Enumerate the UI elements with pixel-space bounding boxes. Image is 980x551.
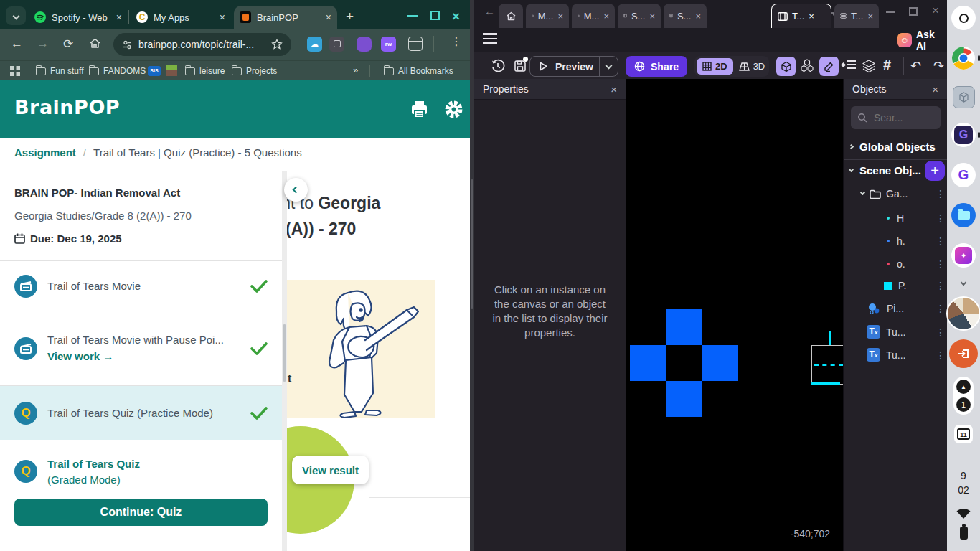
search-input[interactable]	[872, 111, 930, 124]
object-menu-icon[interactable]: ⋮	[936, 303, 946, 314]
layers-button[interactable]	[862, 59, 876, 76]
page-scroll-thumb[interactable]	[471, 179, 473, 309]
ask-ai-button[interactable]: ☺ Ask AI	[897, 29, 947, 52]
home-tab[interactable]	[499, 4, 523, 28]
apps-grid-icon[interactable]	[10, 66, 20, 79]
object-row[interactable]: Tx Tu... ⋮	[867, 348, 946, 362]
launcher-button[interactable]	[951, 6, 976, 30]
tab-scene-1[interactable]: M...×	[526, 4, 569, 28]
extension-cloud-icon[interactable]: ☁	[307, 37, 322, 52]
main-menu-icon[interactable]	[483, 33, 497, 44]
print-icon[interactable]	[409, 99, 430, 123]
notification-tray[interactable]: ▲ 1	[953, 377, 974, 415]
block-instance-bottom[interactable]	[666, 381, 702, 417]
browser-tab-spotify[interactable]: Spotify - Web ×	[29, 6, 128, 29]
bookmark-sis-icon[interactable]: SIS	[148, 66, 161, 76]
grid-snap-button[interactable]: #	[883, 57, 891, 73]
object-folder-row[interactable]: Ga... ⋮	[861, 188, 946, 199]
object-row[interactable]: P. ⋮	[884, 280, 946, 291]
tab-events-1[interactable]: M...×	[572, 4, 615, 28]
calendar-date-widget[interactable]: 11	[954, 425, 973, 443]
tab-scene-active[interactable]: T...×	[771, 4, 831, 28]
extension-dark-icon[interactable]	[329, 37, 344, 52]
scene-objects-group[interactable]: Scene Obj...	[849, 164, 921, 176]
files-app-icon[interactable]	[951, 203, 976, 227]
save-icon[interactable]	[513, 59, 527, 76]
close-tab-icon[interactable]: ×	[112, 11, 122, 23]
object-row[interactable]: Pi... ⋮	[867, 301, 946, 316]
object-menu-icon[interactable]: ⋮	[936, 259, 946, 269]
browser-tab-myapps[interactable]: C My Apps ×	[131, 6, 231, 29]
close-tab-icon[interactable]: ×	[557, 11, 563, 22]
close-tab-icon[interactable]: ×	[321, 11, 331, 23]
bookmark-minecraft-icon[interactable]	[166, 65, 177, 76]
global-objects-group[interactable]: Global Objects	[849, 141, 936, 153]
toggle-3d-view-button[interactable]	[776, 57, 796, 76]
breadcrumb-assignment-link[interactable]: Assignment	[14, 146, 76, 159]
bookmark-folder-projects[interactable]: Projects	[232, 66, 277, 76]
close-window-button[interactable]: ×	[452, 9, 460, 24]
forward-icon[interactable]: →	[37, 37, 49, 51]
back-icon[interactable]: ←	[11, 37, 23, 51]
object-menu-icon[interactable]: ⋮	[936, 236, 946, 246]
pink-app-icon[interactable]: ✦	[951, 243, 976, 268]
close-tab-icon[interactable]: ×	[215, 11, 225, 23]
view-result-button[interactable]: View result	[292, 456, 369, 484]
bookmark-star-icon[interactable]	[271, 39, 283, 50]
home-icon[interactable]	[89, 37, 101, 52]
site-settings-icon[interactable]	[122, 39, 133, 50]
extension-box-icon[interactable]	[408, 37, 423, 51]
shelf-overflow-chevron[interactable]	[961, 280, 966, 286]
new-tab-button[interactable]: +	[346, 9, 354, 24]
preview-options-dropdown[interactable]	[599, 57, 618, 76]
close-tab-icon[interactable]: ×	[649, 11, 655, 22]
gdevelop-app-icon[interactable]: G	[951, 123, 976, 147]
back-icon[interactable]: ←	[484, 5, 495, 17]
maximize-button[interactable]	[909, 7, 918, 16]
extension-purple-icon[interactable]	[357, 37, 372, 52]
object-menu-icon[interactable]: ⋮	[936, 281, 946, 291]
block-instance-top[interactable]	[666, 309, 702, 345]
instances-list-button[interactable]	[842, 60, 856, 69]
object-menu-icon[interactable]: ⋮	[936, 327, 946, 337]
redo-button[interactable]: ↷	[933, 58, 944, 74]
scroll-thumb[interactable]	[283, 324, 286, 382]
chrome-menu-icon[interactable]: ⋮	[451, 34, 462, 48]
bookmark-folder-funstuff[interactable]: Fun stuff	[36, 66, 83, 76]
close-window-button[interactable]: ×	[932, 4, 939, 18]
item-quiz-graded[interactable]: Q Trail of Tears Quiz (Graded Mode)	[0, 440, 282, 496]
item-trail-of-tears-movie[interactable]: Trail of Tears Movie	[0, 260, 282, 311]
brainpop-logo[interactable]: BrainPOP	[14, 96, 120, 118]
object-row[interactable]: h. ⋮	[887, 235, 946, 247]
close-panel-icon[interactable]: ×	[932, 83, 938, 95]
close-tab-icon[interactable]: ×	[867, 11, 873, 22]
minimize-button[interactable]	[886, 11, 895, 13]
continue-quiz-button[interactable]: Continue: Quiz	[14, 499, 268, 526]
object-menu-icon[interactable]: ⋮	[936, 189, 946, 199]
wifi-icon[interactable]	[956, 507, 971, 519]
collapse-panel-button[interactable]	[284, 178, 308, 202]
preview-button[interactable]: Preview	[529, 56, 618, 77]
history-icon[interactable]	[491, 59, 505, 76]
bookmarks-overflow-chevron[interactable]: »	[353, 65, 358, 75]
gear-icon[interactable]	[443, 99, 464, 123]
screenshot-thumbnail[interactable]	[946, 296, 980, 331]
close-panel-icon[interactable]: ×	[611, 83, 617, 95]
bookmark-folder-leisure[interactable]: leisure	[185, 66, 225, 76]
tab-search-button[interactable]	[6, 6, 26, 25]
item-movie-pause-points[interactable]: Trail of Tears Movie with Pause Poi... V…	[0, 311, 282, 385]
mode-3d-button[interactable]: 3D	[733, 58, 771, 75]
objects-search[interactable]	[851, 106, 941, 129]
add-object-button[interactable]: +	[925, 161, 945, 181]
object-row[interactable]: H ⋮	[887, 212, 946, 224]
undo-button[interactable]: ↶	[910, 58, 921, 74]
mode-2d-button[interactable]: 2D	[697, 58, 733, 75]
object-menu-icon[interactable]: ⋮	[936, 213, 946, 223]
maximize-button[interactable]	[430, 11, 440, 20]
share-button[interactable]: Share	[626, 56, 687, 77]
close-tab-icon[interactable]: ×	[809, 11, 814, 22]
reload-icon[interactable]: ⟳	[63, 37, 73, 52]
chrome-app-icon[interactable]	[951, 46, 976, 70]
item-quiz-practice[interactable]: Q Trail of Tears Quiz (Practice Mode)	[0, 385, 282, 440]
tab-scene-2[interactable]: S...×	[618, 4, 661, 28]
